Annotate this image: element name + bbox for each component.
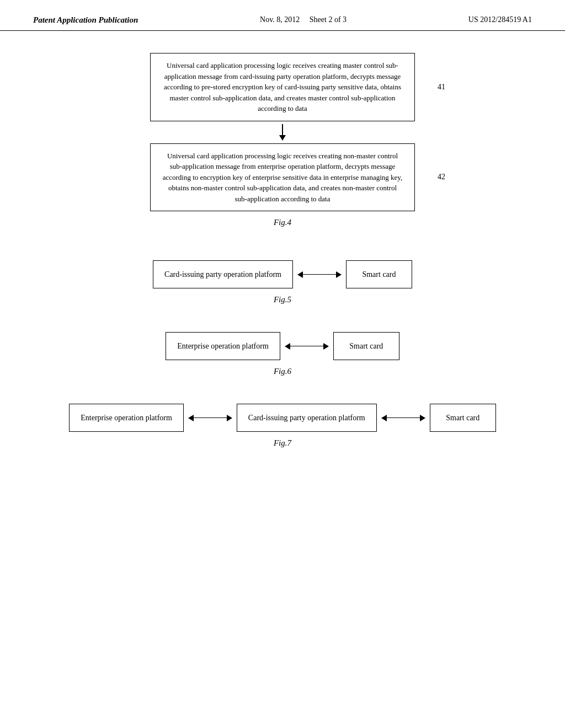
fig4-label: Fig.4: [274, 218, 291, 227]
flow-arrow: [279, 121, 286, 143]
sheet-info: Sheet 2 of 3: [310, 15, 347, 24]
fig4-ref2: 42: [438, 173, 445, 181]
fig6-box2: Smart card: [333, 332, 399, 360]
fig7-diagram: Enterprise operation platform Card-issui…: [69, 404, 496, 432]
arrow-line: [303, 274, 336, 275]
fig6-arrow: [285, 343, 329, 350]
fig6-diagram: Enterprise operation platform Smart card: [166, 332, 399, 360]
fig7-box3: Smart card: [430, 404, 496, 432]
page-header: Patent Application Publication Nov. 8, 2…: [0, 0, 565, 31]
fig6-section: Enterprise operation platform Smart card…: [33, 332, 532, 376]
fig4-box2: Universal card application processing lo…: [150, 143, 415, 212]
arrow-line: [387, 417, 420, 419]
fig5-box2: Smart card: [346, 260, 412, 288]
fig7-box2: Card-issuing party operation platform: [237, 404, 377, 432]
arrow-left-head: [188, 415, 194, 421]
fig5-label: Fig.5: [274, 295, 291, 304]
fig7-box1: Enterprise operation platform: [69, 404, 184, 432]
patent-number: US 2012/284519 A1: [468, 15, 532, 24]
fig5-arrow: [297, 271, 342, 278]
arrow-right-head: [336, 271, 342, 278]
fig7-label: Fig.7: [274, 438, 291, 448]
publication-title: Patent Application Publication: [33, 15, 138, 25]
fig6-label: Fig.6: [274, 367, 291, 376]
fig4-section: Universal card application processing lo…: [33, 53, 532, 227]
fig7-section: Enterprise operation platform Card-issui…: [33, 404, 532, 448]
publication-date: Nov. 8, 2012: [260, 15, 300, 24]
fig7-arrow1: [188, 415, 232, 421]
header-center: Nov. 8, 2012 Sheet 2 of 3: [260, 15, 347, 24]
fig5-box1: Card-issuing party operation platform: [153, 260, 293, 288]
fig7-arrow2: [381, 415, 425, 421]
arrow-left-head: [285, 343, 290, 350]
page-body: Universal card application processing lo…: [0, 53, 565, 448]
arrow-right-head: [323, 343, 329, 350]
arrow-left-head: [297, 271, 303, 278]
arrow-line: [290, 346, 323, 347]
fig4-ref1: 41: [438, 83, 445, 92]
fig4-box1: Universal card application processing lo…: [150, 53, 415, 121]
fig5-diagram: Card-issuing party operation platform Sm…: [153, 260, 412, 288]
fig6-box1: Enterprise operation platform: [166, 332, 280, 360]
arrow-right-head: [420, 415, 425, 421]
fig5-section: Card-issuing party operation platform Sm…: [33, 260, 532, 304]
arrow-line: [194, 417, 227, 419]
arrow-right-head: [227, 415, 232, 421]
arrow-left-head: [381, 415, 387, 421]
